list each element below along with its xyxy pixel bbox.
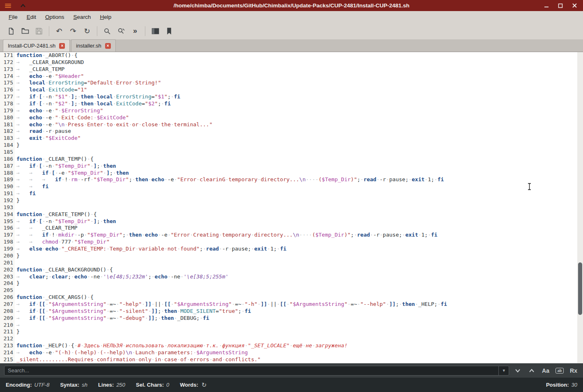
match-case-toggle[interactable]: Aa: [540, 366, 551, 376]
search-input[interactable]: [5, 367, 498, 374]
redo-icon[interactable]: ↷: [66, 25, 80, 38]
toolbar-separator: [97, 26, 97, 36]
word-count-refresh-icon[interactable]: ↻: [202, 381, 207, 389]
line-number: 205: [0, 287, 13, 294]
maximize-button[interactable]: [556, 1, 565, 10]
code-line: →_CLEAR_BACKGROUND: [16, 59, 577, 66]
find-previous-icon[interactable]: [526, 366, 537, 376]
menu-file[interactable]: File: [4, 12, 22, 22]
line-number: 201: [0, 260, 13, 267]
vertical-scrollbar[interactable]: [577, 52, 583, 363]
code-line: →if·[·-n·"$Temp_Dir"·];·then: [16, 218, 577, 225]
minimize-button[interactable]: [542, 1, 551, 10]
search-history-dropdown-icon[interactable]: ▾: [498, 366, 509, 375]
menu-bar: FileEditOptionsSearchHelp: [0, 11, 583, 23]
line-number: 215: [0, 356, 13, 363]
search-icon[interactable]: [100, 25, 114, 38]
line-number: 175: [0, 80, 13, 87]
code-editor[interactable]: 1711721731741751761771781791801811821831…: [0, 52, 577, 363]
status-field: Sel. Chars:0: [136, 382, 169, 388]
scroll-up-icon[interactable]: [20, 4, 26, 8]
side-panel-icon[interactable]: [148, 25, 162, 38]
code-area[interactable]: function·_ABORT()·{→_CLEAR_BACKGROUND→_C…: [15, 52, 577, 363]
code-line: →if·[[·"$ArgumentsString"·=~·"-silent"·]…: [16, 308, 577, 315]
menu-help[interactable]: Help: [95, 12, 116, 22]
line-number: 194: [0, 211, 13, 218]
find-next-icon[interactable]: [512, 366, 523, 376]
scrollbar-thumb[interactable]: [578, 262, 582, 315]
code-line: }: [16, 328, 577, 335]
line-number: 193: [0, 204, 13, 211]
code-line: function·_ABORT()·{: [16, 52, 577, 59]
regex-toggle[interactable]: Rx: [568, 366, 579, 376]
line-number: 179: [0, 107, 13, 114]
line-number: 181: [0, 121, 13, 128]
tab-installer.sh[interactable]: installer.sh×: [71, 39, 115, 52]
menu-options[interactable]: Options: [41, 12, 69, 22]
search-bar: ▾ Aa ab Rx: [0, 363, 583, 378]
code-line: →else·echo·"_CREATE_TEMP:·Temp_Dir·varia…: [16, 246, 577, 253]
status-field: Encoding:UTF-8: [6, 382, 49, 388]
line-number: 206: [0, 294, 13, 301]
toolbar: ↶ ↷ ↻ »: [0, 23, 583, 39]
close-button[interactable]: [570, 1, 579, 10]
tab-close-icon[interactable]: ×: [59, 43, 65, 49]
line-number: 202: [0, 267, 13, 273]
window-title: /home/chimba/Documents/GitHub/Chimbalix/…: [52, 2, 531, 9]
code-line: →clear;·clear;·echo·-ne·'\e[48;5;232m';·…: [16, 273, 577, 280]
code-line: [16, 287, 577, 294]
undo-icon[interactable]: ↶: [52, 25, 66, 38]
code-line: →if·[·-n·"$2"·];·then·local·ExitCode="$2…: [16, 100, 577, 107]
whole-word-toggle[interactable]: ab: [554, 366, 565, 376]
code-line: function·_CLEAR_BACKGROUND()·{: [16, 267, 577, 273]
app-icon[interactable]: [5, 3, 11, 9]
line-number: 185: [0, 149, 13, 156]
menu-search[interactable]: Search: [69, 12, 96, 22]
line-number-gutter: 1711721731741751761771781791801811821831…: [0, 52, 15, 363]
line-number: 213: [0, 342, 13, 349]
code-line: function·_HELP()·{·#·Здесь·НЕЛЬЗЯ·исполь…: [16, 342, 577, 349]
line-number: 172: [0, 59, 13, 66]
tab-Install-CUP-2481.sh[interactable]: Install-CUP-2481.sh×: [3, 39, 70, 52]
code-line: →→fi: [16, 183, 577, 190]
search-field-wrap: ▾: [4, 366, 509, 376]
open-file-icon[interactable]: [18, 25, 32, 38]
code-line: →echo·-e·"\n·Press·Enter·to·exit·or·clos…: [16, 121, 577, 128]
line-number: 178: [0, 100, 13, 107]
line-number: 176: [0, 87, 13, 93]
save-file-icon[interactable]: [32, 25, 46, 38]
code-line: }: [16, 142, 577, 149]
line-number: 192: [0, 197, 13, 204]
code-line: [16, 149, 577, 156]
code-line: →echo·-e·"$Header": [16, 73, 577, 80]
line-number: 207: [0, 301, 13, 308]
search-replace-icon[interactable]: [114, 25, 128, 38]
tab-label: installer.sh: [76, 43, 101, 49]
status-field: Words:: [180, 382, 198, 388]
cursor-position: Position:30: [546, 382, 577, 388]
line-number: 197: [0, 232, 13, 239]
more-tools-icon[interactable]: »: [128, 25, 142, 38]
line-number: 182: [0, 128, 13, 135]
line-number: 200: [0, 253, 13, 260]
line-number: 174: [0, 73, 13, 80]
tab-close-icon[interactable]: ×: [105, 43, 111, 49]
code-line: →→if·[·-e·"$Temp_Dir"·];·then: [16, 170, 577, 177]
toolbar-separator: [145, 26, 145, 36]
line-number: 191: [0, 190, 13, 197]
line-number: 214: [0, 349, 13, 356]
new-file-icon[interactable]: [4, 25, 18, 38]
bookmark-icon[interactable]: [162, 25, 176, 38]
refresh-icon[interactable]: ↻: [80, 25, 94, 38]
code-line: function·_CREATE_TEMP()·{: [16, 211, 577, 218]
code-line: →if·[[·"$ArgumentsString"·=~·"-debug"·]]…: [16, 315, 577, 322]
line-number: 184: [0, 142, 13, 149]
line-number: 173: [0, 66, 13, 73]
code-line: →local·ErrorString="Default·Error·String…: [16, 80, 577, 87]
line-number: 180: [0, 114, 13, 121]
code-line: →local·ExitCode="1": [16, 87, 577, 93]
code-line: →fi: [16, 190, 577, 197]
line-number: 211: [0, 328, 13, 335]
menu-edit[interactable]: Edit: [22, 12, 41, 22]
line-number: 183: [0, 135, 13, 142]
